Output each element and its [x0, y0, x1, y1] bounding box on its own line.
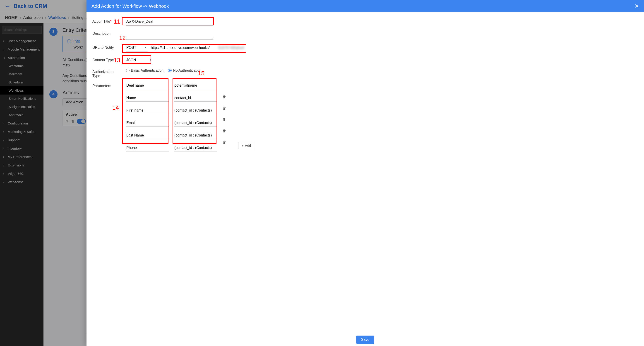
param-name-input[interactable]	[126, 95, 169, 102]
sidebar-search-input[interactable]	[2, 26, 42, 34]
breadcrumb-item[interactable]: Automation	[23, 16, 43, 20]
save-button[interactable]: Save	[356, 335, 374, 344]
method-select-wrap: POST	[126, 44, 148, 52]
sidebar-item-workflows[interactable]: Workflows	[0, 86, 44, 95]
param-value-input[interactable]	[174, 107, 217, 114]
param-value-input[interactable]	[174, 95, 217, 102]
trash-icon[interactable]: 🗑	[71, 119, 74, 123]
param-name-input[interactable]	[126, 83, 169, 89]
http-method-select[interactable]: POST	[126, 44, 148, 52]
param-name-input[interactable]	[126, 145, 169, 151]
param-delete-button[interactable]: 🗑	[222, 117, 226, 122]
sidebar-item-label: Support	[8, 138, 20, 142]
sidebar-item-assignment-rules[interactable]: Assignment Rules	[0, 103, 44, 111]
breadcrumb-home[interactable]: HOME	[5, 16, 18, 20]
sidebar-item-label: Marketing & Sales	[8, 130, 35, 133]
sidebar-item-user-management[interactable]: ›User Management	[0, 37, 44, 45]
chevron-right-icon: ›	[3, 180, 6, 184]
auth-none-label: No Authentication	[173, 69, 201, 73]
param-values-col	[174, 83, 217, 151]
sidebar-item-approvals[interactable]: Approvals	[0, 111, 44, 119]
sidebar-item-label: Module Management	[8, 47, 40, 51]
chevron-right-icon: ›	[3, 130, 6, 133]
sidebar-item-configuration[interactable]: ›Configuration	[0, 119, 44, 127]
content-type-row: Content Type JSON	[92, 57, 636, 64]
sidebar-item-label: Scheduler	[8, 81, 23, 84]
sidebar-item-automation[interactable]: ∨Automation	[0, 54, 44, 62]
sidebar-item-smart-notifications[interactable]: Smart Notifications	[0, 95, 44, 103]
add-parameter-button[interactable]: + Add	[238, 142, 254, 149]
edit-icon[interactable]: ✎	[66, 119, 69, 123]
back-arrow-icon[interactable]: ←	[5, 3, 10, 9]
modal-footer: Save	[86, 333, 644, 346]
parameters-row: Parameters	[92, 83, 636, 151]
sidebar-item-scheduler[interactable]: Scheduler	[0, 78, 44, 86]
step-badge-4: 4	[49, 90, 58, 98]
auth-none-radio[interactable]	[168, 69, 172, 72]
sidebar-item-label: Inventory	[8, 146, 22, 150]
sidebar-item-webforms[interactable]: Webforms	[0, 62, 44, 70]
sidebar-item-websense[interactable]: ›Websense	[0, 178, 44, 186]
chevron-right-icon: ›	[3, 163, 6, 167]
chevron-right-icon: ›	[3, 155, 6, 158]
sidebar-item-vtiger-360[interactable]: ›Vtiger 360	[0, 169, 44, 178]
modal-close-button[interactable]: ✕	[634, 3, 639, 9]
sidebar-item-my-preferences[interactable]: ›My Preferences	[0, 152, 44, 161]
param-value-input[interactable]	[174, 120, 217, 126]
auth-type-label: Authorization Type	[92, 69, 121, 78]
sidebar-item-support[interactable]: ›Support	[0, 136, 44, 144]
param-name-input[interactable]	[126, 132, 169, 139]
chevron-right-icon: ›	[3, 147, 6, 150]
modal-body: Action Title* Description URL to Notify …	[86, 12, 644, 333]
sidebar-item-label: Vtiger 360	[8, 172, 23, 176]
param-value-input[interactable]	[174, 83, 217, 89]
url-input[interactable]	[150, 45, 218, 51]
chevron-right-icon: ›	[3, 138, 6, 142]
sidebar-item-extensions[interactable]: ›Extensions	[0, 161, 44, 169]
breadcrumb-item[interactable]: Workflows	[48, 16, 66, 20]
chevron-right-icon: ›	[3, 48, 6, 51]
param-delete-button[interactable]: 🗑	[222, 94, 226, 100]
chevron-right-icon: ›	[3, 121, 6, 125]
auth-basic-radio[interactable]	[126, 69, 130, 72]
auth-type-row: Authorization Type Basic Authentication …	[92, 69, 636, 78]
sidebar-item-label: Smart Notifications	[8, 97, 36, 100]
plus-icon: +	[242, 143, 244, 147]
breadcrumb-sep-icon: ›	[20, 16, 21, 20]
parameters-label: Parameters	[92, 83, 121, 88]
param-delete-button[interactable]: 🗑	[222, 106, 226, 111]
param-value-input[interactable]	[174, 132, 217, 139]
active-toggle[interactable]	[77, 119, 86, 124]
action-title-row: Action Title*	[92, 18, 636, 26]
action-title-input[interactable]	[126, 18, 213, 26]
info-icon: ⓘ	[67, 39, 71, 44]
chevron-right-icon: ›	[3, 172, 6, 175]
chevron-down-icon: ∨	[3, 56, 6, 59]
param-value-input[interactable]	[174, 145, 217, 151]
sidebar-item-label: Automation	[8, 56, 25, 60]
param-name-input[interactable]	[126, 120, 169, 126]
auth-basic-radio-label[interactable]: Basic Authentication	[126, 69, 164, 73]
breadcrumb-sep-icon: ›	[45, 16, 46, 20]
url-notify-label: URL to Notify	[92, 44, 121, 50]
sidebar-item-inventory[interactable]: ›Inventory	[0, 144, 44, 152]
auth-basic-label: Basic Authentication	[131, 69, 164, 73]
description-textarea[interactable]	[126, 30, 213, 40]
param-name-input[interactable]	[126, 107, 169, 114]
sidebar-item-marketing-sales[interactable]: ›Marketing & Sales	[0, 127, 44, 136]
sidebar-item-label: Websense	[8, 180, 24, 184]
info-label: Info	[73, 39, 80, 44]
sidebar-item-module-management[interactable]: ›Module Management	[0, 45, 44, 54]
auth-none-radio-label[interactable]: No Authentication	[168, 69, 201, 73]
sidebar-item-label: Workflows	[8, 89, 24, 92]
content-type-select[interactable]: JSON	[126, 57, 152, 64]
param-delete-button[interactable]: 🗑	[222, 128, 226, 134]
sidebar-item-label: Configuration	[8, 121, 28, 125]
description-label: Description	[92, 30, 121, 36]
back-to-crm-link[interactable]: Back to CRM	[14, 3, 47, 9]
sidebar-item-mailroom[interactable]: Mailroom	[0, 70, 44, 78]
parameters-columns: 🗑 🗑 🗑 🗑 🗑 + Add	[126, 83, 254, 151]
sidebar: ›User Management ›Module Management ∨Aut…	[0, 23, 44, 346]
sidebar-item-label: User Management	[8, 39, 36, 43]
param-delete-button[interactable]: 🗑	[222, 140, 226, 145]
